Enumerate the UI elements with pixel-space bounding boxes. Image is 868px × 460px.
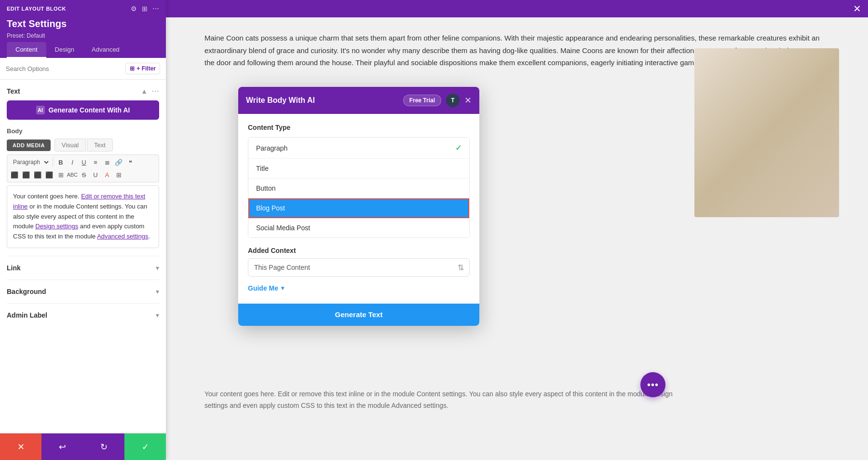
paragraph-select[interactable]: Paragraph — [9, 157, 50, 167]
editor-area[interactable]: Your content goes here. Edit or remove t… — [7, 185, 159, 248]
dialog-title: Write Body With AI — [246, 96, 315, 105]
tabs-row: Content Design Advanced — [7, 42, 159, 58]
dialog-body: Content Type Paragraph ✓ Title Button Bl… — [238, 114, 479, 304]
guide-me-chevron-icon: ▾ — [281, 285, 284, 292]
option-social-media[interactable]: Social Media Post — [248, 218, 469, 237]
align-center-button[interactable]: ⬛ — [21, 169, 31, 180]
text-color-button[interactable]: ABC — [67, 169, 78, 180]
content-type-label: Content Type — [248, 124, 470, 131]
background-section-header[interactable]: Background ▾ — [7, 280, 159, 303]
guide-me-button[interactable]: Guide Me ▾ — [248, 284, 470, 292]
save-icon: ✓ — [142, 442, 149, 452]
main-content: ✕ Maine Coon cats possess a unique charm… — [166, 0, 868, 460]
align-justify-button[interactable]: ⬛ — [44, 169, 54, 180]
bottom-bar: ✕ ↩ ↻ ✓ — [0, 433, 166, 460]
align-left-button[interactable]: ⬛ — [9, 169, 20, 180]
link-section-header[interactable]: Link ▾ — [7, 256, 159, 279]
visual-tab[interactable]: Visual — [54, 139, 86, 152]
panel-header: Edit Layout Block ⚙ ⊞ ⋯ Text Settings Pr… — [0, 0, 166, 58]
align-right-button[interactable]: ⬛ — [32, 169, 43, 180]
option-button[interactable]: Button — [248, 179, 469, 198]
undo-button[interactable]: ↩ — [41, 433, 83, 460]
editor-toolbar-top: ADD MEDIA Visual Text — [7, 139, 159, 152]
columns-icon[interactable]: ⊞ — [142, 5, 148, 13]
ai-icon: AI — [36, 106, 45, 114]
tab-advanced[interactable]: Advanced — [83, 42, 128, 58]
left-panel: Edit Layout Block ⚙ ⊞ ⋯ Text Settings Pr… — [0, 0, 166, 460]
body-label: Body — [7, 127, 159, 135]
option-paragraph[interactable]: Paragraph ✓ — [248, 138, 469, 159]
editor-period: . — [148, 233, 150, 240]
save-button[interactable]: ✓ — [124, 433, 166, 460]
generate-content-button[interactable]: AI Generate Content With AI — [7, 100, 159, 120]
filter-label: + Filter — [136, 65, 156, 72]
settings-title: Text Settings — [7, 18, 67, 29]
add-media-button[interactable]: ADD MEDIA — [7, 139, 51, 151]
background-section-title: Background — [7, 288, 46, 295]
context-select-wrap: This Page Content — [248, 258, 470, 277]
tab-content[interactable]: Content — [7, 42, 46, 58]
option-paragraph-check: ✓ — [455, 143, 461, 153]
panel-content: Text ▲ ⋯ AI Generate Content With AI Bod… — [0, 80, 166, 433]
italic-button[interactable]: I — [67, 157, 78, 167]
dialog-close-icon[interactable]: ✕ — [464, 95, 472, 106]
background-section: Background ▾ — [7, 279, 159, 303]
option-blog-post-label: Blog Post — [256, 204, 285, 212]
admin-label-section-title: Admin Label — [7, 311, 47, 319]
link-button[interactable]: 🔗 — [113, 157, 124, 167]
more-icon[interactable]: ⋯ — [152, 5, 159, 13]
visual-text-toggle: Visual Text — [54, 139, 113, 152]
strikethrough-button[interactable]: S — [79, 169, 89, 180]
design-link[interactable]: Design settings — [35, 223, 78, 230]
toolbar-divider-1 — [53, 158, 53, 167]
admin-label-chevron-icon: ▾ — [156, 311, 159, 319]
undo-icon: ↩ — [59, 442, 66, 452]
filter-button[interactable]: ⊞ + Filter — [125, 63, 160, 74]
generate-content-label: Generate Content With AI — [49, 106, 130, 114]
tab-design[interactable]: Design — [46, 42, 83, 58]
option-blog-post[interactable]: Blog Post — [248, 198, 469, 218]
free-trial-badge[interactable]: Free Trial — [403, 95, 441, 106]
option-button-label: Button — [256, 184, 275, 192]
panel-header-icons: ⚙ ⊞ ⋯ — [131, 5, 159, 13]
generate-text-label: Generate Text — [335, 310, 383, 319]
underline2-button[interactable]: U — [90, 169, 101, 180]
format-toolbar: Paragraph B I U ≡ ≣ 🔗 ❝ ⬛ ⬛ ⬛ ⬛ ⊞ ABC S … — [7, 154, 159, 182]
preset-label[interactable]: Preset: Default — [7, 32, 45, 39]
table-button[interactable]: ⊞ — [55, 169, 66, 180]
search-input[interactable] — [6, 65, 122, 72]
user-initial: T — [451, 97, 454, 104]
underline-button[interactable]: U — [79, 157, 89, 167]
section-controls: ▲ ⋯ — [141, 86, 159, 96]
admin-label-section-header[interactable]: Admin Label ▾ — [7, 304, 159, 327]
text-tab[interactable]: Text — [87, 139, 113, 152]
bold-button[interactable]: B — [55, 157, 66, 167]
dialog-overlay: Write Body With AI Free Trial T ✕ Conten… — [166, 0, 868, 460]
link-section: Link ▾ — [7, 256, 159, 279]
more-format-button[interactable]: ⊞ — [113, 169, 124, 180]
option-title-label: Title — [256, 165, 269, 172]
quote-button[interactable]: ❝ — [125, 157, 136, 167]
advanced-link[interactable]: Advanced settings — [97, 233, 148, 240]
link-chevron-icon: ▾ — [156, 264, 159, 272]
cancel-icon: ✕ — [17, 442, 25, 452]
redo-button[interactable]: ↻ — [83, 433, 124, 460]
collapse-chevron-icon[interactable]: ▲ — [141, 87, 148, 95]
list-ol-button[interactable]: ≡ — [90, 157, 101, 167]
settings-icon[interactable]: ⚙ — [131, 5, 137, 13]
search-row: ⊞ + Filter — [0, 58, 166, 80]
font-color-button[interactable]: A — [102, 169, 112, 180]
generate-text-button[interactable]: Generate Text — [238, 304, 479, 326]
list-ul-button[interactable]: ≣ — [102, 157, 112, 167]
text-section-title: Text — [7, 87, 20, 95]
redo-icon: ↻ — [100, 442, 108, 452]
cancel-button[interactable]: ✕ — [0, 433, 41, 460]
section-more-icon[interactable]: ⋯ — [151, 86, 159, 96]
context-select[interactable]: This Page Content — [248, 258, 470, 277]
text-section-header: Text ▲ ⋯ — [7, 80, 159, 100]
option-social-media-label: Social Media Post — [256, 224, 310, 232]
option-title[interactable]: Title — [248, 159, 469, 179]
added-context-label: Added Context — [248, 247, 470, 254]
admin-label-section: Admin Label ▾ — [7, 303, 159, 327]
ai-dialog: Write Body With AI Free Trial T ✕ Conten… — [238, 87, 479, 326]
